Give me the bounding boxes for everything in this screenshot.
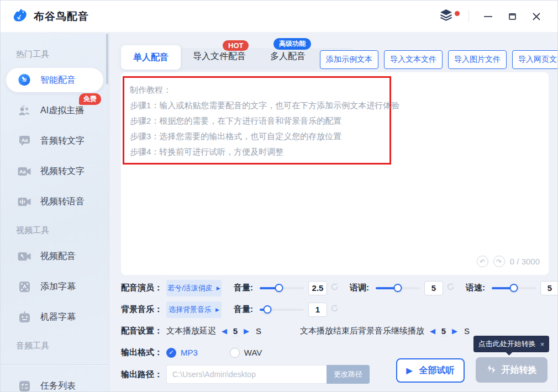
continue-value[interactable]: 5: [440, 326, 448, 336]
svg-text:Aa: Aa: [19, 169, 26, 174]
app-title: 布谷鸟配音: [34, 9, 89, 24]
voice-actor-row: 配音演员： 若兮/活泼俏皮 ▶ 音量: 2.5 语调:: [121, 279, 558, 297]
hot-badge: HOT: [223, 40, 249, 51]
text-editor[interactable]: 制作教程： 步骤1：输入或粘贴您需要配音的文字，也可在下方添加示例文本进行体验 …: [121, 72, 549, 275]
tab-single-dubbing[interactable]: 单人配音: [121, 45, 181, 70]
minimize-button[interactable]: [477, 7, 499, 27]
import-webpage-text-button[interactable]: 导入网页文本: [512, 50, 558, 69]
wav-radio-icon[interactable]: [230, 348, 240, 358]
tab-row: 单人配音 导入文件配音 多人配音 HOT 高级功能 添加示例文本 导入文本文件 …: [121, 38, 558, 72]
sidebar-section-hot-tools: 热门工具: [1, 44, 109, 65]
import-image-file-button[interactable]: 导入图片文件: [448, 50, 507, 69]
pitch-value[interactable]: 5: [424, 281, 443, 295]
sidebar-item-machine-subtitles[interactable]: 机器字幕: [6, 305, 103, 329]
mp3-radio-checked-icon[interactable]: ✓: [166, 348, 176, 358]
voice-actor-value: 若兮/活泼俏皮: [167, 283, 213, 293]
delay-stepper: ◀ 5 ▶ S: [222, 326, 261, 336]
advanced-feature-badge: 高级功能: [273, 38, 311, 50]
preview-all-label: 全部试听: [419, 365, 454, 377]
output-format-label: 输出格式：: [121, 347, 166, 358]
tooltip-close-icon[interactable]: ×: [540, 340, 545, 348]
increase-continue-icon[interactable]: ▶: [452, 327, 457, 335]
background-music-row: 背景音乐： 选择背景音乐 ▶ 音量: 1: [121, 300, 558, 319]
speed-slider[interactable]: [492, 284, 536, 292]
sidebar-divider: [1, 364, 109, 365]
reset-pitch-icon[interactable]: [446, 283, 455, 293]
tutorial-step: 步骤2：根据您的需要，在下方进行语音和背景音乐的配置: [130, 113, 384, 129]
background-music-selector[interactable]: 选择背景音乐 ▶: [166, 301, 222, 318]
sidebar-item-label: AI虚拟主播: [40, 105, 84, 116]
bgm-volume-slider[interactable]: [260, 306, 304, 314]
tutorial-step: 步骤3：选择您需要的输出格式，也可自定义您的存放位置: [130, 129, 384, 144]
convert-tooltip: 点击此处开始转换 ×: [473, 336, 549, 352]
reset-bgm-volume-icon[interactable]: [330, 304, 339, 315]
bgm-volume-label: 音量:: [234, 304, 253, 315]
voice-actor-label: 配音演员：: [121, 283, 166, 293]
tooltip-text: 点击此处开始转换: [478, 339, 536, 349]
change-path-button[interactable]: 更改路径: [327, 365, 370, 384]
speed-value[interactable]: 5: [540, 281, 558, 295]
redo-icon[interactable]: ↷: [493, 256, 505, 267]
sidebar-item-add-subtitles[interactable]: 添加字幕: [6, 274, 103, 299]
sidebar-item-label: 智能配音: [40, 75, 76, 86]
audio-to-text-bubble-icon: Aa: [17, 135, 31, 146]
background-music-value: 选择背景音乐: [169, 305, 212, 315]
sidebar: 热门工具 智能配音: [1, 33, 109, 392]
sidebar-item-task-list[interactable]: 任务列表: [6, 374, 103, 392]
sidebar-scrollbar[interactable]: [106, 34, 108, 84]
volume-slider[interactable]: [260, 284, 304, 292]
add-sample-text-button[interactable]: 添加示例文本: [320, 50, 378, 69]
close-button[interactable]: [525, 7, 548, 27]
sidebar-item-video-to-speech[interactable]: 视频转语音: [6, 189, 103, 214]
text-play-delay-label: 文本播放延迟: [166, 326, 216, 336]
layers-menu-icon[interactable]: [436, 6, 461, 27]
wav-radio-label[interactable]: WAV: [244, 348, 262, 357]
sidebar-item-label: 机器字幕: [40, 311, 76, 323]
sidebar-item-label: 任务列表: [40, 380, 76, 392]
output-path-input[interactable]: [166, 365, 327, 384]
maximize-button[interactable]: [501, 7, 523, 27]
delay-value[interactable]: 5: [231, 326, 239, 336]
app-logo-bird-icon: [12, 7, 28, 26]
character-counter: 0 / 3000: [510, 257, 540, 266]
robot-icon: [17, 311, 31, 323]
sidebar-item-video-dubbing[interactable]: 视频配音: [6, 244, 103, 268]
start-convert-button[interactable]: 开始转换: [476, 357, 548, 383]
sidebar-item-smart-dubbing[interactable]: 智能配音: [6, 68, 103, 92]
undo-icon[interactable]: ↶: [477, 256, 488, 267]
increase-delay-icon[interactable]: ▶: [244, 327, 249, 335]
add-subtitles-frame-icon: [17, 281, 31, 293]
output-path-label: 输出路径：: [121, 369, 166, 380]
voice-actor-selector[interactable]: 若兮/活泼俏皮 ▶: [166, 280, 222, 296]
dubbing-settings-label: 配音设置：: [121, 326, 166, 336]
chevron-right-icon: ▶: [215, 307, 219, 312]
decrease-continue-icon[interactable]: ◀: [430, 327, 435, 335]
smart-dubbing-mic-bubble-icon: [17, 73, 31, 88]
import-text-file-button[interactable]: 导入文本文件: [384, 50, 443, 69]
sidebar-item-audio-to-text[interactable]: Aa 音频转文字: [6, 129, 103, 153]
task-list-icon: [17, 380, 31, 392]
pitch-slider[interactable]: [376, 284, 420, 292]
notification-dot: [455, 11, 460, 16]
sidebar-section-audio-tools: 音频工具: [1, 335, 109, 357]
sidebar-item-video-to-text[interactable]: Aa 视频转文字: [6, 159, 103, 183]
titlebar-divider: [468, 10, 469, 23]
sidebar-item-ai-virtual-host[interactable]: AI虚拟主播 免费: [6, 98, 103, 123]
tutorial-title: 制作教程：: [130, 82, 384, 98]
bgm-volume-value[interactable]: 1: [308, 303, 327, 317]
main-content: 单人配音 导入文件配音 多人配音 HOT 高级功能 添加示例文本 导入文本文件 …: [109, 33, 558, 392]
volume-value[interactable]: 2.5: [308, 281, 327, 295]
mp3-radio-label[interactable]: MP3: [181, 348, 198, 357]
video-to-speech-camera-wave-icon: [17, 197, 31, 206]
chevron-right-icon: ▶: [217, 285, 220, 291]
preview-all-button[interactable]: ▶ 全部试听: [396, 358, 465, 383]
delay-unit: S: [256, 326, 261, 336]
free-badge: 免费: [79, 93, 101, 105]
reset-volume-icon[interactable]: [330, 283, 339, 293]
pitch-label: 语调:: [350, 283, 369, 293]
sidebar-section-video-tools: 视频工具: [1, 220, 109, 241]
title-bar: 布谷鸟配音: [1, 1, 557, 33]
sidebar-item-label: 添加字幕: [40, 281, 76, 293]
decrease-delay-icon[interactable]: ◀: [222, 327, 227, 335]
two-people-icon: [17, 105, 31, 116]
